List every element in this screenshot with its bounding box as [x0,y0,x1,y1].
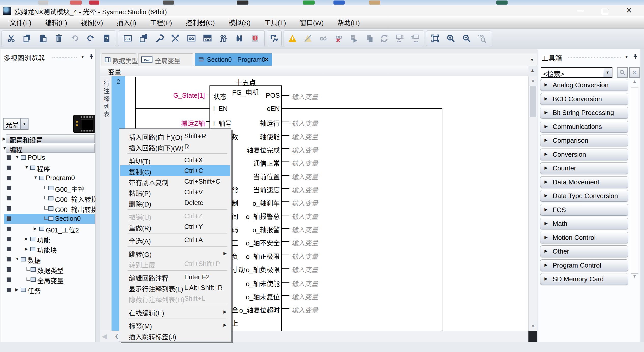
search-and-replace-icon[interactable] [233,32,246,45]
menu-file[interactable]: 文件(F) [4,17,37,28]
tab-global-variables[interactable]: var 全局变量 [138,53,193,66]
tree-item-functions[interactable]: ▶功能 [1,234,95,244]
menu-item-insert-rung-below[interactable]: 插入回路(向下)(W)R [120,141,230,152]
transfer-from-controller-icon[interactable] [409,32,422,45]
toolbox-category-fcs[interactable]: ▶FCS [540,204,628,216]
vertical-scroll-thumb[interactable] [530,86,536,117]
fb-output-pin[interactable]: 轴运行 [213,118,280,128]
fb-output-pin[interactable]: POS [213,92,280,99]
menu-item-insert-rung-above[interactable]: 插入回路(向上)(O)Shift+R [120,131,230,141]
monitor-stop-icon[interactable] [332,32,345,45]
close-button[interactable]: × [621,6,637,15]
fb-input-variable[interactable]: 搬运Z轴 [164,118,205,128]
menu-item-paste[interactable]: 粘贴(P)Ctrl+V [120,187,230,197]
fb-output-variable[interactable]: 输入变量 [291,225,318,234]
menu-item-jump[interactable]: 跳转(G)▶ [120,248,230,258]
menu-controller[interactable]: 控制器(C) [180,17,221,28]
toolbox-category-comparison[interactable]: ▶Comparison [540,135,628,146]
tree-item-g00-input-convert[interactable]: G00_输入转换 [1,193,95,203]
toolbox-category-program-control[interactable]: ▶Program Control [540,259,628,271]
collapse-arrow-icon[interactable]: ▼ [25,165,29,170]
warning-disabled-icon[interactable] [301,32,314,45]
tree-section-programming[interactable]: 编程 [6,144,95,153]
fb-output-variable[interactable]: 输入变量 [291,238,318,247]
search-dropdown-icon[interactable]: ▼ [603,68,612,77]
toolbox-scroll-up-icon[interactable]: ▲ [631,79,638,84]
pin-icon[interactable] [632,53,639,61]
fb-output-variable[interactable]: 输入变量 [291,92,318,101]
toolbox-scroll-down-icon[interactable]: ▼ [631,274,638,279]
fb-output-pin[interactable]: oEN [213,105,280,113]
toolbox-category-data-type-conversion[interactable]: ▶Data Type Conversion [540,190,628,202]
copy-icon[interactable] [20,32,34,45]
program-copy-icon[interactable] [362,32,376,45]
chevron-down-icon[interactable]: ▼ [20,119,28,129]
tree-item-global-variables[interactable]: 全局变量 [1,275,95,285]
scroll-down-icon[interactable]: ▼ [529,324,537,329]
fb-output-variable[interactable]: 输入变量 [291,278,318,288]
maximize-button[interactable] [597,6,612,15]
fb-output-variable[interactable]: 输入变量 [291,305,318,314]
watch-window-icon[interactable] [185,32,198,45]
expand-arrow-icon[interactable]: ▶ [3,136,6,141]
scroll-left-icon[interactable]: ◀ [102,332,107,340]
paste-icon[interactable] [36,32,50,45]
toolbox-category-conversion[interactable]: ▶Conversion [540,149,628,160]
zoom-100-icon[interactable]: 100 [475,32,489,45]
menu-item-show-line-comment-list[interactable]: 显示行注释列表(L)L Alt+Shift+R [120,282,230,293]
output-window-icon[interactable] [248,32,262,45]
tree-item-program0[interactable]: ▼Program0 [1,173,95,183]
tree-item-function-blocks[interactable]: ▶功能块 [1,244,95,254]
scroll-up-icon[interactable]: ▲ [529,78,537,83]
toolbox-category-analog-conversion[interactable]: ▶Analog Conversion [540,79,628,91]
fb-output-variable[interactable]: 输入变量 [291,132,318,141]
scroll-left-arrow-icon[interactable]: ❮ [115,333,119,340]
tree-item-programs[interactable]: ▼程序 [1,163,95,173]
delete-icon[interactable] [52,32,65,45]
zoom-out-icon[interactable] [460,32,473,45]
build-controller-icon[interactable] [153,32,166,45]
undo-icon[interactable] [68,32,81,45]
expand-arrow-icon[interactable]: ▶ [34,226,37,231]
fb-output-variable[interactable]: 输入变量 [291,172,318,181]
expand-arrow-icon[interactable]: ▶ [25,236,28,241]
synchronize-icon[interactable] [378,32,391,45]
monitor-icon[interactable] [317,32,330,45]
menu-item-edit-rung-comment[interactable]: 编辑回路注释Enter F2 [120,272,230,282]
cut-icon[interactable] [5,32,18,45]
zoom-in-icon[interactable] [444,32,457,45]
open-in-new-window-icon[interactable] [137,32,150,45]
redo-icon[interactable] [84,32,97,45]
close-icon[interactable]: × [264,55,269,64]
menu-item-insert-jump-label[interactable]: 插入跳转标签(J) [120,330,230,341]
menu-simulation[interactable]: 模拟(S) [222,17,257,28]
search-button[interactable] [617,67,628,78]
fb-input-variable[interactable]: G_State[1] [164,92,205,99]
collapse-up-icon[interactable]: ▲ [530,68,535,74]
toolbox-category-bcd-conversion[interactable]: ▶BCD Conversion [540,93,628,105]
fb-output-variable[interactable]: 输入变量 [291,251,318,261]
fb-output-variable[interactable]: 输入变量 [291,145,318,154]
menu-edit[interactable]: 编辑(E) [39,17,73,28]
chevron-down-icon[interactable]: ▼ [80,54,85,60]
menu-item-copy-with-duplicate[interactable]: 带有副本复制Ctrl+Shift+C [120,176,230,187]
chevron-down-icon[interactable]: ▼ [624,54,629,60]
tree-item-data[interactable]: ▼数据 [1,254,95,265]
toolbox-category-motion-control[interactable]: ▶Motion Control [540,232,628,243]
fb-output-variable[interactable]: 输入变量 [291,185,318,194]
menu-project[interactable]: 工程(P) [144,17,178,28]
menu-view[interactable]: 视图(V) [75,17,109,28]
data-trace-icon[interactable] [217,32,230,45]
toolbox-scrollbar-track[interactable] [631,87,638,274]
clear-search-button[interactable]: × [629,67,640,78]
fb-output-variable[interactable]: 输入变量 [291,118,318,128]
rung-comment-strip[interactable]: 行注释列表 [100,76,111,331]
toolbox-category-counter[interactable]: ▶Counter [540,162,628,174]
menu-item-delete[interactable]: 删除(D)Delete [120,197,230,208]
minimize-button[interactable]: — [572,6,588,15]
pin-icon[interactable] [88,53,95,61]
tree-item-section0[interactable]: Section0 [1,214,95,224]
fb-output-variable[interactable]: 输入变量 [291,265,318,274]
toolbox-category-other[interactable]: ▶Other [540,245,628,257]
tab-section0-program0[interactable]: Section0 - Program0 × [195,53,272,66]
